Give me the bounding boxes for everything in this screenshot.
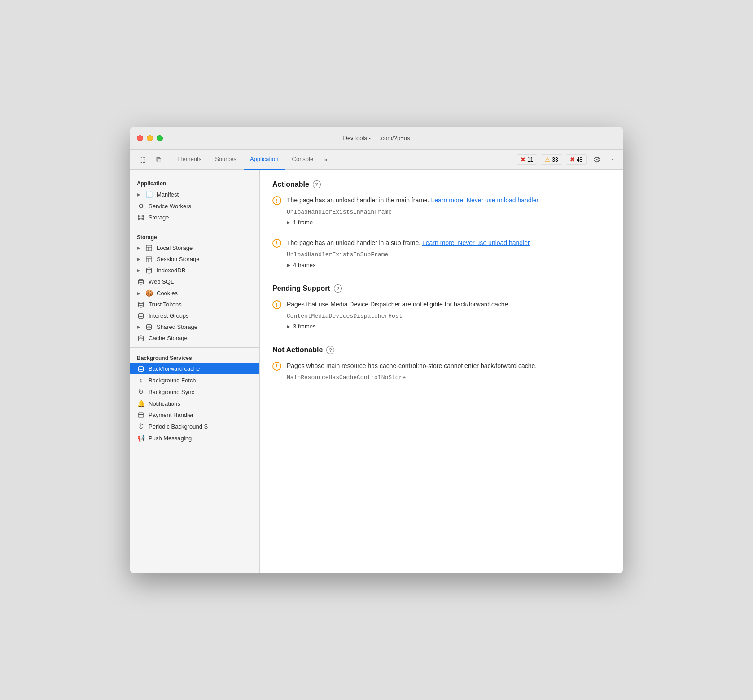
tab-application[interactable]: Application — [244, 150, 285, 170]
info-badge-count: 48 — [577, 157, 582, 163]
svg-text:!: ! — [276, 363, 278, 370]
more-options-button[interactable]: ⋮ — [607, 153, 618, 166]
tab-console[interactable]: Console — [286, 150, 320, 170]
warning-badge[interactable]: ⚠ 33 — [541, 154, 562, 165]
info-badge[interactable]: ✖ 48 — [566, 154, 587, 165]
tab-sources[interactable]: Sources — [209, 150, 243, 170]
sidebar-item-shared-storage[interactable]: ▶ Shared Storage — [130, 321, 259, 332]
minimize-button[interactable] — [147, 135, 153, 141]
sidebar-item-manifest[interactable]: ▶ 📄 Manifest — [130, 188, 259, 200]
actionable-title: Actionable — [272, 180, 309, 188]
issue-unload-main-code: UnloadHandlerExistsInMainFrame — [287, 209, 611, 215]
web-sql-icon — [137, 279, 145, 285]
titlebar: DevTools - .com/?p=us — [130, 127, 623, 150]
error-badge-count: 11 — [527, 157, 533, 163]
warning-circle-icon-1: ! — [272, 196, 281, 228]
sidebar-item-background-sync[interactable]: ↻ Background Sync — [130, 386, 259, 398]
issue-unload-main-frames[interactable]: ▶ 1 frame — [287, 219, 611, 226]
maximize-button[interactable] — [157, 135, 163, 141]
sidebar-item-session-storage[interactable]: ▶ Session Storage — [130, 254, 259, 265]
sidebar-item-interest-groups[interactable]: Interest Groups — [130, 310, 259, 321]
warning-circle-icon-3: ! — [272, 300, 281, 332]
sidebar-item-web-sql[interactable]: Web SQL — [130, 276, 259, 287]
actionable-help-icon[interactable]: ? — [313, 180, 321, 188]
session-storage-icon — [145, 256, 153, 262]
issue-media-device: ! Pages that use Media Device Dispatcher… — [272, 300, 611, 333]
local-storage-arrow: ▶ — [137, 245, 140, 250]
warning-circle-icon-4: ! — [272, 362, 281, 385]
periodic-background-icon: ⏱ — [137, 423, 145, 430]
back-forward-cache-icon — [137, 366, 145, 372]
window-title: DevTools - — [343, 135, 371, 141]
cursor-icon: ⬚ — [139, 155, 146, 164]
inspect-icon-btn[interactable]: ⧉ — [151, 153, 166, 166]
tab-elements[interactable]: Elements — [171, 150, 208, 170]
sidebar-item-background-fetch[interactable]: ↕ Background Fetch — [130, 374, 259, 386]
cookies-arrow: ▶ — [137, 291, 140, 296]
push-messaging-icon: 📢 — [137, 434, 145, 442]
issue-media-device-frames[interactable]: ▶ 3 frames — [287, 323, 611, 330]
cookies-icon: 🍪 — [145, 289, 153, 297]
traffic-lights — [137, 135, 163, 141]
issue-unload-sub: ! The page has an unload handler in a su… — [272, 238, 611, 272]
svg-point-10 — [139, 313, 144, 315]
local-storage-icon — [145, 245, 153, 251]
issue-unload-main-text: The page has an unload handler in the ma… — [287, 196, 611, 205]
background-sync-icon: ↻ — [137, 388, 145, 395]
sidebar-item-service-workers[interactable]: ⚙ Service Workers — [130, 200, 259, 212]
issue-media-device-text: Pages that use Media Device Dispatcher a… — [287, 300, 611, 309]
sidebar-item-indexeddb[interactable]: ▶ IndexedDB — [130, 265, 259, 276]
sidebar-item-local-storage[interactable]: ▶ Local Storage — [130, 242, 259, 254]
svg-point-13 — [139, 366, 144, 368]
devtools-window: DevTools - .com/?p=us ⬚ ⧉ Elements Sourc… — [130, 127, 623, 573]
settings-button[interactable]: ⚙ — [590, 153, 604, 166]
sidebar-item-periodic-background[interactable]: ⏱ Periodic Background S — [130, 420, 259, 432]
cursor-icon-btn[interactable]: ⬚ — [135, 153, 149, 166]
svg-text:!: ! — [276, 240, 278, 247]
manifest-icon: 📄 — [145, 191, 153, 198]
issue-unload-sub-link[interactable]: Learn more: Never use unload handler — [422, 239, 530, 246]
notifications-icon: 🔔 — [137, 400, 145, 407]
toolbar-tabs: Elements Sources Application Console » — [171, 150, 331, 170]
sidebar-item-trust-tokens[interactable]: Trust Tokens — [130, 299, 259, 310]
sidebar-item-storage-top[interactable]: Storage — [130, 212, 259, 223]
issue-unload-sub-frames[interactable]: ▶ 4 frames — [287, 262, 611, 268]
close-button[interactable] — [137, 135, 143, 141]
toolbar: ⬚ ⧉ Elements Sources Application Console… — [130, 150, 623, 170]
interest-groups-icon — [137, 313, 145, 319]
content-area: Actionable ? ! The page has an unload ha… — [260, 170, 623, 573]
service-workers-icon: ⚙ — [137, 202, 145, 210]
tabs-more-button[interactable]: » — [320, 154, 331, 165]
sidebar-section-storage: Storage — [130, 231, 259, 242]
pending-support-help-icon[interactable]: ? — [334, 284, 342, 293]
error-badge[interactable]: ✖ 11 — [517, 154, 537, 165]
toolbar-badges: ✖ 11 ⚠ 33 ✖ 48 ⚙ ⋮ — [517, 153, 618, 166]
issue-cache-control-text: Pages whose main resource has cache-cont… — [287, 361, 611, 371]
divider-2 — [130, 347, 259, 348]
issue-unload-main-link[interactable]: Learn more: Never use unload handler — [431, 197, 538, 204]
sidebar-item-cache-storage[interactable]: Cache Storage — [130, 332, 259, 344]
sidebar-item-notifications[interactable]: 🔔 Notifications — [130, 398, 259, 409]
svg-point-8 — [139, 279, 144, 281]
issue-unload-main: ! The page has an unload handler in the … — [272, 196, 611, 229]
issue-unload-main-content: The page has an unload handler in the ma… — [287, 196, 611, 228]
sidebar-item-payment-handler[interactable]: Payment Handler — [130, 409, 259, 420]
sidebar-item-push-messaging[interactable]: 📢 Push Messaging — [130, 432, 259, 444]
issue-unload-sub-text: The page has an unload handler in a sub … — [287, 238, 611, 248]
svg-text:!: ! — [276, 302, 278, 308]
payment-handler-icon — [137, 412, 145, 418]
actionable-header: Actionable ? — [272, 180, 611, 188]
sidebar-item-cookies[interactable]: ▶ 🍪 Cookies — [130, 287, 259, 299]
actionable-section: Actionable ? ! The page has an unload ha… — [272, 180, 611, 272]
storage-top-icon — [137, 214, 145, 221]
error-badge-icon: ✖ — [521, 156, 525, 163]
frames-arrow-icon-1: ▶ — [287, 220, 290, 225]
indexeddb-arrow: ▶ — [137, 268, 140, 273]
sidebar-section-bg-services: Background Services — [130, 351, 259, 363]
sidebar-item-back-forward-cache[interactable]: Back/forward cache — [130, 363, 259, 374]
sidebar: Application ▶ 📄 Manifest ⚙ Service Worke… — [130, 170, 260, 573]
not-actionable-help-icon[interactable]: ? — [326, 346, 334, 354]
issue-unload-sub-content: The page has an unload handler in a sub … — [287, 238, 611, 270]
sidebar-section-application: Application — [130, 177, 259, 188]
manifest-arrow-icon: ▶ — [137, 192, 140, 197]
